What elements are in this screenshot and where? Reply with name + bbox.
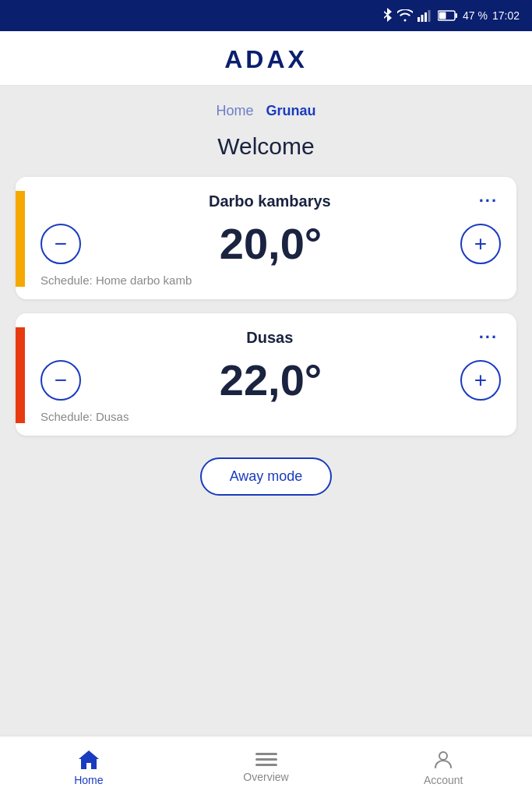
room-card-dusas: Dusas ··· − 22,0° + Schedule: Dusas: [16, 313, 516, 436]
app-logo: ADAX: [224, 45, 308, 74]
home-icon: [77, 749, 100, 771]
svg-point-7: [439, 752, 447, 760]
decrease-temp-darbo[interactable]: −: [41, 224, 81, 264]
wifi-icon: [397, 9, 413, 22]
room-name-darbo: Darbo kambarys: [64, 192, 476, 210]
card-controls-darbo: − 20,0° +: [41, 216, 501, 270]
bluetooth-icon: [382, 8, 393, 23]
overview-line-3: [255, 764, 277, 766]
increase-temp-dusas[interactable]: +: [460, 360, 501, 401]
svg-rect-2: [425, 12, 427, 22]
temperature-darbo: 20,0°: [220, 222, 322, 266]
status-bar: 47 % 17:02: [0, 0, 532, 31]
rooms-container: Darbo kambarys ··· − 20,0° + Schedule: H…: [0, 177, 532, 436]
plus-icon-dusas: +: [474, 369, 487, 391]
svg-rect-1: [421, 15, 424, 22]
svg-rect-5: [456, 13, 458, 18]
breadcrumb-grunau[interactable]: Grunau: [266, 103, 316, 119]
schedule-darbo: Schedule: Home darbo kamb: [41, 274, 501, 287]
breadcrumb-home[interactable]: Home: [216, 103, 253, 119]
nav-item-overview[interactable]: Overview: [178, 745, 355, 789]
card-body-darbo: Darbo kambarys ··· − 20,0° + Schedule: H…: [41, 191, 501, 287]
card-body-dusas: Dusas ··· − 22,0° + Schedule: Dusas: [41, 327, 501, 423]
svg-rect-6: [439, 12, 446, 19]
decrease-temp-dusas[interactable]: −: [41, 360, 81, 401]
card-controls-dusas: − 22,0° +: [41, 352, 501, 407]
more-options-darbo[interactable]: ···: [476, 191, 501, 211]
card-header-dusas: Dusas ···: [41, 327, 501, 348]
battery-icon: [438, 10, 458, 21]
signal-icon: [417, 9, 433, 22]
bottom-nav: Home Overview Account: [0, 736, 532, 798]
nav-item-account[interactable]: Account: [354, 743, 532, 793]
room-name-dusas: Dusas: [64, 329, 476, 347]
app-header: ADAX: [0, 31, 532, 86]
card-header-darbo: Darbo kambarys ···: [41, 191, 501, 211]
nav-item-home[interactable]: Home: [0, 743, 178, 793]
card-accent-orange: [16, 327, 25, 423]
overview-line-2: [255, 758, 277, 761]
minus-icon-dusas: −: [55, 369, 67, 391]
status-icons: 47 % 17:02: [382, 8, 520, 23]
increase-temp-darbo[interactable]: +: [460, 224, 501, 264]
card-accent-yellow: [16, 191, 25, 287]
main-content: Home Grunau Welcome Darbo kambarys ··· −…: [0, 86, 532, 798]
overview-icon: [255, 751, 277, 768]
welcome-title: Welcome: [0, 125, 532, 177]
battery-percent: 47 %: [463, 9, 488, 22]
temperature-dusas: 22,0°: [220, 358, 322, 402]
room-card-darbo: Darbo kambarys ··· − 20,0° + Schedule: H…: [16, 177, 516, 299]
svg-rect-3: [428, 10, 431, 22]
minus-icon-darbo: −: [55, 233, 67, 255]
nav-label-home: Home: [74, 774, 103, 786]
away-mode-container: Away mode: [0, 457, 532, 496]
overview-line-1: [255, 753, 277, 755]
plus-icon-darbo: +: [474, 233, 487, 255]
nav-label-account: Account: [424, 774, 463, 786]
nav-label-overview: Overview: [243, 771, 288, 783]
more-options-dusas[interactable]: ···: [476, 327, 501, 348]
clock: 17:02: [492, 9, 520, 22]
account-icon: [432, 749, 454, 771]
away-mode-button[interactable]: Away mode: [200, 457, 333, 496]
breadcrumb: Home Grunau: [0, 86, 532, 125]
svg-rect-0: [417, 17, 420, 22]
schedule-dusas: Schedule: Dusas: [41, 410, 501, 423]
